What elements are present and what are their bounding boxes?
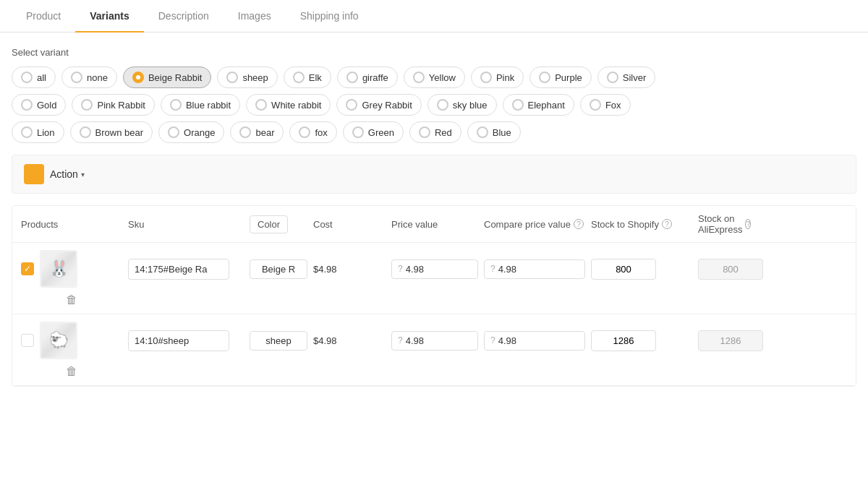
th-stock-aliexpress: Stock on AliExpress ? xyxy=(698,213,727,235)
variant-bear[interactable]: bear xyxy=(230,121,284,143)
radio-yellow xyxy=(413,72,425,83)
variant-purple[interactable]: Purple xyxy=(529,66,592,88)
variant-gold[interactable]: Gold xyxy=(12,94,66,116)
radio-fox xyxy=(590,99,601,111)
tab-shipping[interactable]: Shipping info xyxy=(286,0,373,32)
compare-price-help-icon[interactable]: ? xyxy=(574,219,584,229)
thumb-image-2 xyxy=(41,323,76,358)
table-row: sheep $4.98 ? 4.98 ? 4.98 1286 🗑 xyxy=(12,314,856,386)
action-label-text: Action xyxy=(50,168,78,180)
variant-all[interactable]: all xyxy=(12,66,56,88)
variant-green[interactable]: Green xyxy=(343,121,404,143)
tabs-container: Product Variants Description Images Ship… xyxy=(0,0,868,33)
variants-row-3: Lion Brown bear Orange bear fox Green Re… xyxy=(12,121,856,143)
cost-cell-2: $4.98 xyxy=(313,335,386,346)
stock-aliexpress-cell-2: 1286 xyxy=(698,330,727,351)
price-value-cell-1[interactable]: ? 4.98 xyxy=(391,259,478,279)
radio-blue xyxy=(477,126,488,138)
variant-sky-blue[interactable]: sky blue xyxy=(427,94,497,116)
stock-shopify-input-1[interactable] xyxy=(591,259,656,280)
action-button[interactable]: Action ▾ xyxy=(24,164,85,184)
variant-blue-rabbit[interactable]: Blue rabbit xyxy=(161,94,240,116)
color-cell-1: Beige R xyxy=(250,259,307,279)
radio-bear xyxy=(239,126,251,138)
sku-input-2[interactable] xyxy=(128,330,229,351)
variant-sheep[interactable]: sheep xyxy=(217,66,277,88)
row-checkbox-2[interactable] xyxy=(21,334,34,347)
radio-elephant xyxy=(512,99,524,111)
variant-pink[interactable]: Pink xyxy=(471,66,524,88)
tab-bar: Product Variants Description Images Ship… xyxy=(0,0,868,33)
thumb-image-1 xyxy=(41,252,76,286)
radio-fox-small xyxy=(299,126,310,138)
th-cost: Cost xyxy=(313,219,386,230)
th-price-value: Price value xyxy=(391,219,478,230)
radio-elk xyxy=(293,72,305,83)
price-value-cell-2[interactable]: ? 4.98 xyxy=(391,331,478,351)
variant-none[interactable]: none xyxy=(61,66,117,88)
radio-none xyxy=(71,72,82,83)
variant-blue[interactable]: Blue xyxy=(467,121,521,143)
stock-aliexpress-value-2: 1286 xyxy=(698,330,763,351)
compare-price-cell-1[interactable]: ? 4.98 xyxy=(484,259,585,279)
color-cell-2: sheep xyxy=(250,331,307,351)
sku-input-1[interactable] xyxy=(128,259,229,280)
radio-purple xyxy=(539,72,550,83)
radio-orange xyxy=(168,126,179,138)
tab-product[interactable]: Product xyxy=(12,0,75,32)
main-content: Select variant all none Beige Rabbit she… xyxy=(0,33,868,401)
radio-beige-rabbit xyxy=(132,72,144,83)
variant-grey-rabbit[interactable]: Grey Rabbit xyxy=(336,94,421,116)
radio-lion xyxy=(21,126,33,138)
variant-white-rabbit[interactable]: White rabbit xyxy=(246,94,331,116)
products-cell-1 xyxy=(21,250,122,288)
compare-price-cell-2[interactable]: ? 4.98 xyxy=(484,331,585,351)
tab-images[interactable]: Images xyxy=(224,0,286,32)
variant-giraffe[interactable]: giraffe xyxy=(337,66,398,88)
variant-fox-small[interactable]: fox xyxy=(289,121,336,143)
radio-pink xyxy=(480,72,492,83)
variants-table: Products Sku Color Cost Price value Comp… xyxy=(12,205,856,387)
th-products: Products xyxy=(21,219,122,230)
tab-variants[interactable]: Variants xyxy=(75,0,143,32)
variants-row-2: Gold Pink Rabbit Blue rabbit White rabbi… xyxy=(12,94,856,116)
variant-beige-rabbit[interactable]: Beige Rabbit xyxy=(123,66,211,88)
tab-description[interactable]: Description xyxy=(144,0,224,32)
variant-elephant[interactable]: Elephant xyxy=(503,94,574,116)
radio-brown-bear xyxy=(80,126,91,138)
stock-shopify-cell-2 xyxy=(591,330,692,351)
variants-row-1: all none Beige Rabbit sheep Elk giraffe … xyxy=(12,66,856,88)
variant-brown-bear[interactable]: Brown bear xyxy=(70,121,153,143)
radio-pink-rabbit xyxy=(81,99,93,111)
select-variant-label: Select variant xyxy=(12,47,856,58)
th-stock-shopify: Stock to Shopify ? xyxy=(591,219,692,230)
variant-yellow[interactable]: Yellow xyxy=(404,66,465,88)
variant-lion[interactable]: Lion xyxy=(12,121,64,143)
radio-giraffe xyxy=(346,72,358,83)
radio-silver xyxy=(607,72,618,83)
product-thumb-1 xyxy=(40,250,77,288)
radio-grey-rabbit xyxy=(346,99,357,111)
variant-red[interactable]: Red xyxy=(409,121,461,143)
compare-help-icon-2: ? xyxy=(490,335,495,345)
radio-green xyxy=(352,126,364,138)
row-checkbox-1[interactable] xyxy=(21,262,34,275)
radio-sky-blue xyxy=(437,99,448,111)
product-thumb-2 xyxy=(40,322,77,359)
sku-cell-1 xyxy=(128,259,244,280)
color-header-btn[interactable]: Color xyxy=(250,215,288,233)
delete-button-2[interactable]: 🗑 xyxy=(21,365,122,378)
stock-aliexpress-help-icon[interactable]: ? xyxy=(745,219,751,229)
variant-pink-rabbit[interactable]: Pink Rabbit xyxy=(72,94,154,116)
variant-silver[interactable]: Silver xyxy=(597,66,656,88)
radio-white-rabbit xyxy=(255,99,267,111)
variant-fox[interactable]: Fox xyxy=(580,94,631,116)
table-row: Beige R $4.98 ? 4.98 ? 4.98 800 🗑 xyxy=(12,243,856,314)
radio-blue-rabbit xyxy=(170,99,182,111)
variant-orange[interactable]: Orange xyxy=(158,121,224,143)
stock-shopify-help-icon[interactable]: ? xyxy=(662,219,672,229)
variant-elk[interactable]: Elk xyxy=(284,66,331,88)
price-help-icon-1: ? xyxy=(398,264,403,274)
stock-shopify-input-2[interactable] xyxy=(591,330,656,351)
delete-button-1[interactable]: 🗑 xyxy=(21,293,122,306)
